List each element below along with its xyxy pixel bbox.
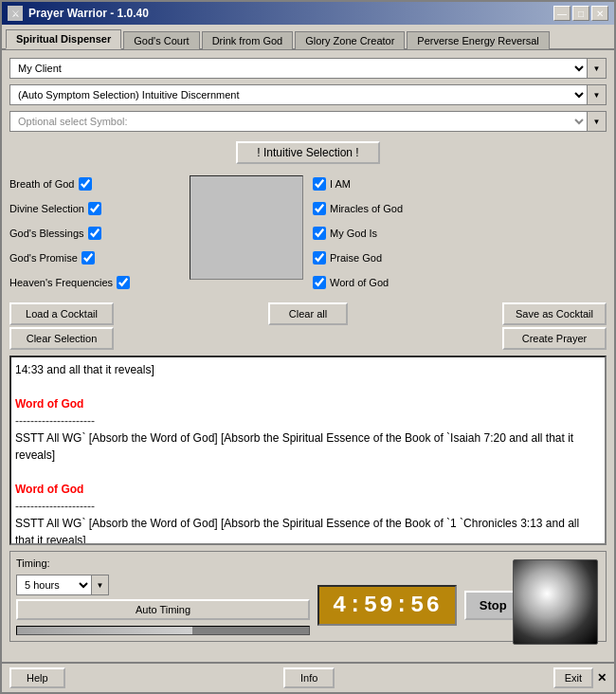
timing-section: Timing: 1 hour 2 hours 3 hours 4 hours 5… [9, 551, 607, 642]
text-dashes-2: --------------------- [15, 498, 601, 515]
checkbox-heavens-frequencies-input[interactable] [117, 276, 130, 289]
create-prayer-button[interactable]: Create Prayer [502, 327, 607, 350]
checkbox-praise-god: Praise God [313, 247, 483, 268]
auto-timing-button[interactable]: Auto Timing [16, 599, 310, 620]
selection-preview-box [190, 175, 303, 280]
close-button[interactable]: ✕ [591, 6, 608, 21]
checkbox-word-of-god: Word of God [313, 272, 483, 293]
checkboxes-area: Breath of God Divine Selection God's Ble… [9, 174, 607, 293]
tab-bar: Spiritual Dispenser God's Court Drink fr… [2, 25, 614, 50]
exit-button[interactable]: Exit [553, 667, 593, 688]
checkbox-gods-blessings-input[interactable] [88, 227, 101, 240]
checkbox-divine-selection: Divine Selection [9, 198, 180, 219]
timer-duration-select[interactable]: 1 hour 2 hours 3 hours 4 hours 5 hours 6… [16, 575, 92, 595]
clear-all-button[interactable]: Clear all [268, 302, 348, 325]
checkbox-my-god-is-input[interactable] [313, 227, 326, 240]
window-title: Prayer Warrior - 1.0.40 [28, 7, 149, 20]
tab-perverse-energy[interactable]: Perverse Energy Reversal [407, 31, 549, 49]
discernment-select[interactable]: (Auto Symptom Selection) Intuitive Disce… [9, 84, 588, 105]
timer-select-arrow[interactable]: ▼ [92, 575, 109, 595]
checkbox-i-am: I AM [313, 174, 483, 194]
checkbox-heavens-frequencies: Heaven's Frequencies [9, 272, 180, 293]
text-word-of-god-2: Word of God [15, 481, 601, 498]
checkbox-praise-god-input[interactable] [313, 251, 326, 265]
light-orb [513, 559, 598, 645]
checkbox-word-of-god-input[interactable] [313, 276, 326, 289]
tab-gods-court[interactable]: God's Court [123, 31, 199, 49]
text-line-2: SSTT All WG` [Absorb the Word of God] [A… [15, 429, 601, 464]
text-spacer-2 [15, 464, 601, 481]
progress-bar [16, 626, 310, 635]
tab-glory-zone[interactable]: Glory Zone Creator [295, 31, 405, 49]
text-line-3: SSTT All WG` [Absorb the Word of God] [A… [15, 515, 601, 545]
action-buttons: Load a Cocktail Clear all Save as Cockta… [9, 302, 607, 325]
save-cocktail-button[interactable]: Save as Cocktail [502, 302, 607, 325]
text-line-1: 14:33 and all that it reveals] [15, 361, 601, 378]
title-bar: ⚔ Prayer Warrior - 1.0.40 — □ ✕ [2, 2, 614, 25]
checkbox-gods-promise-input[interactable] [82, 251, 95, 265]
timing-controls: 1 hour 2 hours 3 hours 4 hours 5 hours 6… [16, 575, 600, 635]
exit-area: Exit ✕ [553, 667, 607, 688]
discernment-row: (Auto Symptom Selection) Intuitive Disce… [9, 84, 607, 105]
checkboxes-left: Breath of God Divine Selection God's Ble… [9, 174, 180, 293]
client-select[interactable]: My Client [9, 58, 588, 79]
window-controls: — □ ✕ [553, 6, 608, 21]
load-cocktail-button[interactable]: Load a Cocktail [9, 302, 114, 325]
checkbox-gods-blessings: God's Blessings [9, 223, 180, 244]
main-window: ⚔ Prayer Warrior - 1.0.40 — □ ✕ Spiritua… [0, 0, 616, 694]
app-icon: ⚔ [8, 6, 23, 21]
info-button[interactable]: Info [283, 667, 335, 688]
client-dropdown-arrow[interactable]: ▼ [588, 58, 607, 79]
discernment-dropdown-arrow[interactable]: ▼ [588, 84, 607, 105]
checkboxes-right: I AM Miracles of God My God Is Praise Go… [313, 174, 483, 293]
checkbox-miracles-input[interactable] [313, 202, 326, 215]
tab-drink-from-god[interactable]: Drink from God [202, 31, 294, 49]
symbol-dropdown-arrow[interactable]: ▼ [588, 111, 607, 132]
bottom-bar: Help Info Exit ✕ [2, 662, 614, 692]
timer-display: 4:59:56 [317, 585, 457, 626]
tab-spiritual-dispenser[interactable]: Spiritual Dispenser [6, 29, 121, 49]
text-word-of-god-1: Word of God [15, 395, 601, 412]
symbol-row: Optional select Symbol: ▼ [9, 111, 607, 132]
timing-inner: 1 hour 2 hours 3 hours 4 hours 5 hours 6… [16, 575, 310, 635]
clear-selection-button[interactable]: Clear Selection [9, 327, 114, 350]
intuitive-selection-button[interactable]: ! Intuitive Selection ! [236, 141, 379, 164]
checkbox-i-am-input[interactable] [313, 177, 326, 191]
text-spacer-1 [15, 378, 601, 395]
progress-bar-fill [17, 627, 192, 634]
checkbox-divine-selection-input[interactable] [88, 202, 101, 215]
timer-select-wrap: 1 hour 2 hours 3 hours 4 hours 5 hours 6… [16, 575, 310, 595]
text-content: 14:33 and all that it reveals] Word of G… [15, 361, 601, 545]
minimize-button[interactable]: — [553, 6, 571, 21]
checkbox-my-god-is: My God Is [313, 223, 483, 244]
help-button[interactable]: Help [9, 667, 65, 688]
maximize-button[interactable]: □ [572, 6, 589, 21]
checkbox-breath-of-god-input[interactable] [79, 177, 92, 191]
text-dashes-1: --------------------- [15, 412, 601, 429]
prayer-text-area[interactable]: 14:33 and all that it reveals] Word of G… [9, 356, 607, 545]
checkbox-breath-of-god: Breath of God [9, 174, 180, 194]
client-row: My Client ▼ [9, 58, 607, 79]
checkbox-gods-promise: God's Promise [9, 247, 180, 268]
close-x-icon[interactable]: ✕ [597, 671, 607, 685]
symbol-select[interactable]: Optional select Symbol: [9, 111, 588, 132]
checkbox-miracles: Miracles of God [313, 198, 483, 219]
content-area: My Client ▼ (Auto Symptom Selection) Int… [2, 50, 614, 662]
